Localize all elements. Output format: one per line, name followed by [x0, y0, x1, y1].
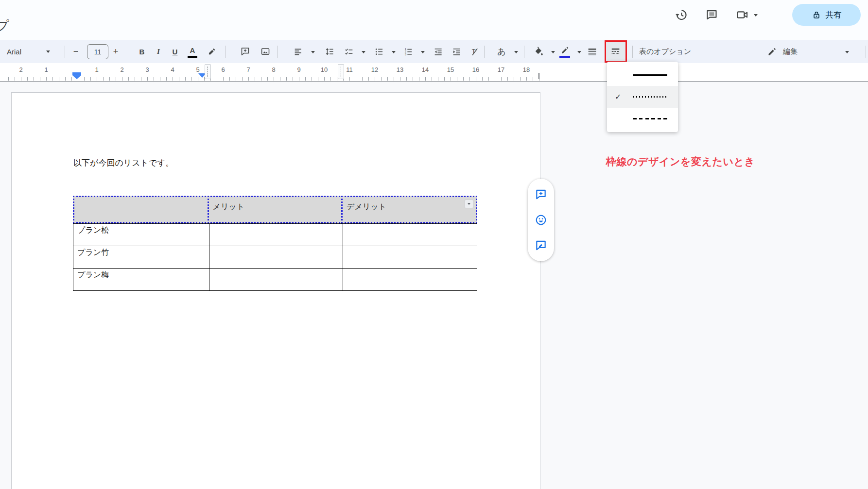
- share-button[interactable]: 共有: [792, 4, 861, 26]
- table-cell[interactable]: [343, 268, 477, 290]
- editing-mode-select[interactable]: 編集: [764, 43, 847, 60]
- plus-icon: +: [113, 47, 119, 57]
- underline-button[interactable]: U: [166, 43, 184, 60]
- fill-color-icon: [534, 47, 544, 57]
- share-button-label: 共有: [826, 10, 842, 20]
- toolbar-divider: [632, 46, 633, 58]
- table-row: プラン梅: [73, 268, 477, 290]
- border-dash-button-highlight[interactable]: [605, 40, 627, 63]
- border-dash-icon: [610, 46, 621, 57]
- top-bar: プ 共有: [0, 0, 868, 40]
- add-comment-button[interactable]: [531, 185, 551, 204]
- table-cell[interactable]: プラン松: [73, 223, 209, 246]
- table-header-cell[interactable]: メリット: [208, 196, 343, 223]
- table-header-cell[interactable]: デメリット: [341, 196, 477, 223]
- ruler-number: 9: [297, 66, 300, 73]
- border-style-dashed-option[interactable]: [607, 108, 678, 130]
- ruler-number: 17: [498, 66, 504, 73]
- editing-mode-chevron-down-icon: [845, 51, 849, 53]
- align-button[interactable]: [290, 43, 307, 60]
- line-spacing-button[interactable]: [321, 43, 338, 60]
- ruler-number: 14: [422, 66, 429, 73]
- editing-mode-label: 編集: [783, 47, 798, 56]
- table-body: プラン松 プラン竹 プラン梅: [73, 223, 477, 291]
- text-color-button[interactable]: A: [184, 43, 201, 60]
- menubar-partial-text: プ: [0, 17, 9, 34]
- table-cell[interactable]: [343, 223, 477, 246]
- decrease-font-size-button[interactable]: −: [67, 43, 85, 60]
- video-call-button[interactable]: [731, 4, 753, 27]
- bold-icon: B: [139, 48, 145, 56]
- version-history-button[interactable]: [670, 4, 692, 27]
- add-emoji-button[interactable]: [531, 210, 551, 230]
- dotted-line-icon: [633, 96, 667, 98]
- table-cell[interactable]: [209, 268, 343, 290]
- border-width-icon: [587, 47, 597, 57]
- toolbar-divider: [65, 46, 65, 58]
- table-cell[interactable]: プラン梅: [73, 268, 209, 290]
- decrease-indent-button[interactable]: [430, 43, 447, 60]
- version-history-icon: [675, 8, 688, 23]
- solid-line-icon: [633, 74, 667, 76]
- table-column-marker[interactable]: [205, 64, 211, 79]
- table-cell[interactable]: [209, 223, 343, 246]
- indent-icon: [452, 47, 462, 57]
- table-cell[interactable]: [343, 246, 477, 268]
- table-column-marker[interactable]: [338, 64, 344, 79]
- lock-icon: [812, 10, 821, 20]
- phonetic-guide-button[interactable]: あ: [493, 43, 510, 60]
- italic-button[interactable]: I: [150, 43, 167, 60]
- ruler-number: 4: [171, 66, 174, 73]
- highlight-color-button[interactable]: [203, 43, 221, 60]
- bold-button[interactable]: B: [133, 43, 151, 60]
- google-docs-app: プ 共有 Arial −: [0, 0, 868, 489]
- table-cell[interactable]: [209, 246, 343, 268]
- ruler-number: 18: [523, 66, 530, 73]
- left-indent-icon: [72, 75, 81, 79]
- font-size-input[interactable]: 11: [87, 44, 108, 59]
- table-selection-dropdown[interactable]: [465, 200, 473, 208]
- comments-icon: [705, 8, 718, 23]
- border-style-solid-option[interactable]: [607, 64, 678, 86]
- numbered-list-chevron-down-icon: [421, 51, 425, 53]
- table-cell[interactable]: プラン竹: [73, 246, 209, 268]
- tutorial-annotation: 枠線のデザインを変えたいとき: [606, 155, 755, 169]
- insert-comment-button[interactable]: [236, 43, 254, 60]
- numbered-list-icon: 123: [403, 47, 414, 57]
- font-family-value: Arial: [7, 48, 21, 56]
- font-family-chevron-down-icon: [46, 51, 50, 53]
- increase-font-size-button[interactable]: +: [107, 43, 124, 60]
- suggest-edits-button[interactable]: [531, 236, 551, 255]
- border-color-button[interactable]: [556, 43, 573, 60]
- clear-formatting-button[interactable]: T: [466, 43, 483, 60]
- border-style-dotted-option[interactable]: ✓: [607, 86, 678, 108]
- bullet-list-button[interactable]: [370, 43, 388, 60]
- document-table: メリット デメリット プラン松 プラン竹 プラン梅: [73, 196, 477, 291]
- italic-icon: I: [157, 48, 160, 56]
- bullet-list-chevron-down-icon: [392, 51, 396, 53]
- ruler-number: 7: [246, 66, 250, 73]
- ruler-number: 13: [397, 66, 403, 73]
- clear-formatting-icon: T: [469, 47, 480, 57]
- toolbar-divider: [130, 46, 130, 58]
- video-call-chevron-down-icon[interactable]: [754, 14, 758, 17]
- checklist-button[interactable]: [340, 43, 358, 60]
- svg-text:3: 3: [404, 52, 406, 55]
- border-color-swatch: [559, 56, 570, 58]
- suggest-edit-icon: [535, 239, 547, 252]
- indent-marker[interactable]: [72, 72, 81, 79]
- table-options-button[interactable]: 表のオプション: [637, 43, 712, 60]
- numbered-list-button[interactable]: 123: [399, 43, 417, 60]
- text-color-icon: A: [190, 46, 195, 54]
- emoji-smiley-icon: [535, 214, 547, 226]
- paragraph-text[interactable]: 以下が今回のリストです。: [73, 157, 174, 169]
- border-width-button[interactable]: [583, 43, 601, 60]
- ruler-number: 1: [44, 66, 48, 73]
- table-header-cell[interactable]: [73, 196, 209, 223]
- comments-button[interactable]: [700, 4, 723, 27]
- ruler-number: 8: [272, 66, 275, 73]
- increase-indent-button[interactable]: [448, 43, 466, 60]
- toolbar: Arial − 11 + B I U A: [0, 40, 868, 63]
- fill-color-button[interactable]: [530, 43, 547, 60]
- insert-image-button[interactable]: [257, 43, 274, 60]
